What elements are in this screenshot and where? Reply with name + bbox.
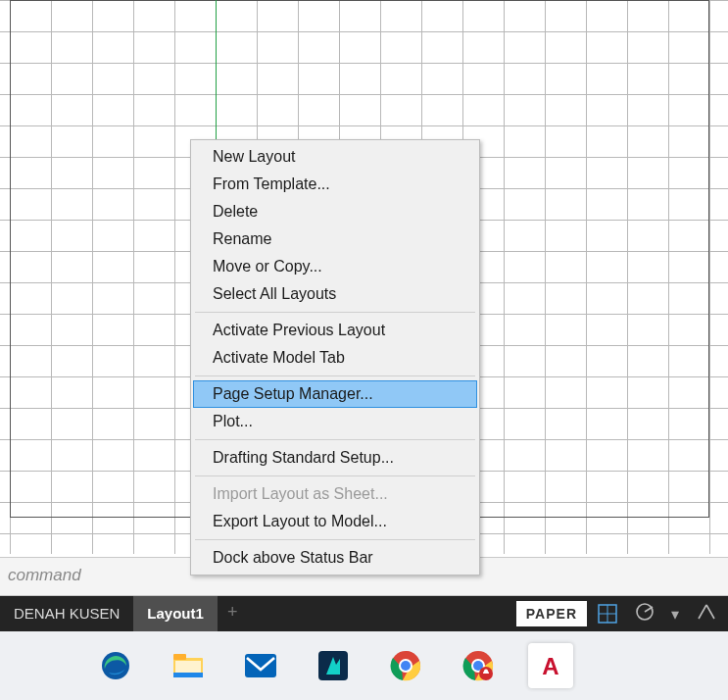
command-prompt-placeholder: command: [8, 566, 81, 584]
menu-export-layout-to-model[interactable]: Export Layout to Model...: [193, 508, 477, 535]
menu-select-all-layouts[interactable]: Select All Layouts: [193, 280, 477, 308]
svg-text:A: A: [542, 653, 558, 679]
svg-rect-11: [173, 673, 203, 677]
isodraft-icon[interactable]: [691, 597, 720, 630]
menu-dock-above-status-bar[interactable]: Dock above Status Bar: [193, 544, 477, 572]
svg-line-5: [699, 605, 706, 619]
svg-rect-10: [175, 661, 201, 675]
menu-new-layout[interactable]: New Layout: [193, 143, 477, 171]
menu-separator: [195, 475, 475, 476]
tab-layout1[interactable]: Layout1: [133, 596, 218, 631]
menu-separator: [195, 539, 475, 540]
menu-plot[interactable]: Plot...: [193, 408, 477, 435]
menu-drafting-standard-setup[interactable]: Drafting Standard Setup...: [193, 444, 477, 472]
taskbar-chrome-alt-icon[interactable]: [456, 643, 501, 688]
windows-taskbar: A: [0, 631, 728, 700]
polar-tracking-icon[interactable]: [630, 597, 659, 630]
menu-delete[interactable]: Delete: [193, 198, 477, 225]
tab-denah-kusen[interactable]: DENAH KUSEN: [0, 596, 133, 631]
dropdown-caret-icon[interactable]: ▾: [667, 601, 683, 627]
taskbar-edge-icon[interactable]: [93, 643, 138, 688]
svg-rect-12: [245, 654, 276, 677]
menu-separator: [195, 312, 475, 313]
svg-line-6: [706, 605, 714, 619]
layout-tabs-bar: DENAH KUSEN Layout1 + PAPER ▾: [0, 596, 728, 631]
taskbar-autocad-icon[interactable]: A: [528, 643, 573, 688]
menu-import-layout-as-sheet: Import Layout as Sheet...: [193, 480, 477, 508]
guide-line: [216, 0, 217, 142]
taskbar-chrome-icon[interactable]: [383, 643, 428, 688]
menu-from-template[interactable]: From Template...: [193, 171, 477, 198]
layout-context-menu: New Layout From Template... Delete Renam…: [190, 139, 480, 575]
menu-move-or-copy[interactable]: Move or Copy...: [193, 253, 477, 280]
menu-activate-previous-layout[interactable]: Activate Previous Layout: [193, 317, 477, 344]
status-paper-toggle[interactable]: PAPER: [516, 601, 587, 626]
taskbar-filmora-icon[interactable]: [311, 643, 356, 688]
menu-activate-model-tab[interactable]: Activate Model Tab: [193, 344, 477, 372]
taskbar-mail-icon[interactable]: [238, 643, 283, 688]
svg-point-21: [484, 670, 488, 674]
svg-point-16: [401, 661, 411, 671]
menu-separator: [195, 375, 475, 376]
menu-separator: [195, 439, 475, 440]
svg-rect-9: [173, 654, 186, 660]
taskbar-explorer-icon[interactable]: [166, 643, 211, 688]
grid-display-icon[interactable]: [593, 599, 622, 628]
menu-page-setup-manager[interactable]: Page Setup Manager...: [193, 380, 477, 408]
menu-rename[interactable]: Rename: [193, 225, 477, 253]
add-layout-tab[interactable]: +: [218, 596, 248, 631]
